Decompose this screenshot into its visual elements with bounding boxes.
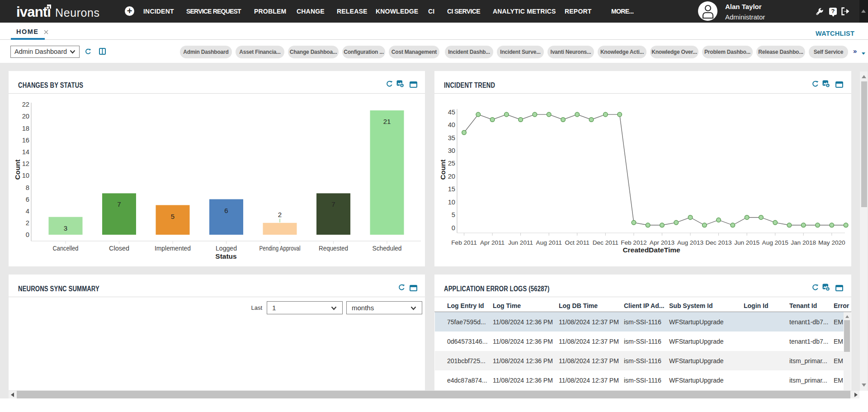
svg-text:40: 40 xyxy=(448,121,455,128)
svg-text:3: 3 xyxy=(64,224,67,232)
svg-text:20: 20 xyxy=(22,113,29,120)
svg-text:Jan 2018: Jan 2018 xyxy=(791,239,816,246)
svg-text:Logged: Logged xyxy=(216,245,237,252)
svg-text:Apr 2013: Apr 2013 xyxy=(650,239,675,246)
svg-text:10: 10 xyxy=(22,172,29,179)
svg-text:Dec 2013: Dec 2013 xyxy=(705,239,731,246)
svg-text:Feb 2011: Feb 2011 xyxy=(451,239,476,246)
svg-text:7: 7 xyxy=(117,200,121,208)
svg-text:6: 6 xyxy=(224,207,228,214)
svg-text:20: 20 xyxy=(448,173,455,180)
svg-text:Pending Approval: Pending Approval xyxy=(259,245,301,252)
svg-text:2: 2 xyxy=(26,219,29,227)
svg-text:Dec 2011: Dec 2011 xyxy=(593,239,618,246)
svg-text:6: 6 xyxy=(26,196,29,203)
svg-text:8: 8 xyxy=(26,184,29,191)
svg-text:22: 22 xyxy=(22,101,29,108)
svg-text:Feb 2012: Feb 2012 xyxy=(621,239,646,246)
svg-text:7: 7 xyxy=(331,200,335,208)
svg-text:5: 5 xyxy=(452,211,455,218)
svg-text:16: 16 xyxy=(22,137,29,144)
svg-text:Cancelled: Cancelled xyxy=(53,245,79,252)
svg-text:Apr 2011: Apr 2011 xyxy=(480,239,505,246)
svg-text:Oct 2011: Oct 2011 xyxy=(565,239,590,246)
svg-text:Count: Count xyxy=(439,160,447,180)
svg-text:Aug 2011: Aug 2011 xyxy=(536,239,562,246)
svg-text:5: 5 xyxy=(171,213,175,220)
svg-text:10: 10 xyxy=(448,199,455,206)
svg-text:Aug 2013: Aug 2013 xyxy=(677,239,703,246)
svg-text:Status: Status xyxy=(215,252,236,260)
svg-text:45: 45 xyxy=(448,109,455,116)
svg-text:25: 25 xyxy=(448,160,455,167)
svg-text:Scheduled: Scheduled xyxy=(373,245,402,252)
svg-text:15: 15 xyxy=(448,185,455,193)
svg-text:18: 18 xyxy=(22,125,29,132)
svg-text:14: 14 xyxy=(22,148,29,156)
svg-text:30: 30 xyxy=(448,147,455,154)
svg-text:Implemented: Implemented xyxy=(155,245,191,252)
svg-text:Closed: Closed xyxy=(109,245,129,252)
svg-text:May 2020: May 2020 xyxy=(818,239,845,246)
svg-text:CreatedDateTime: CreatedDateTime xyxy=(623,246,680,254)
svg-text:0: 0 xyxy=(26,231,29,238)
svg-text:Jun 2015: Jun 2015 xyxy=(734,239,760,246)
svg-text:Aug 2015: Aug 2015 xyxy=(762,239,788,246)
svg-text:Requested: Requested xyxy=(319,245,348,252)
svg-text:12: 12 xyxy=(22,160,29,167)
svg-text:21: 21 xyxy=(383,118,391,125)
svg-text:4: 4 xyxy=(26,208,29,215)
svg-text:Count: Count xyxy=(14,160,21,180)
svg-text:2: 2 xyxy=(278,211,282,218)
svg-text:0: 0 xyxy=(452,224,455,232)
svg-text:35: 35 xyxy=(448,134,455,142)
svg-text:Jun 2011: Jun 2011 xyxy=(508,239,533,246)
